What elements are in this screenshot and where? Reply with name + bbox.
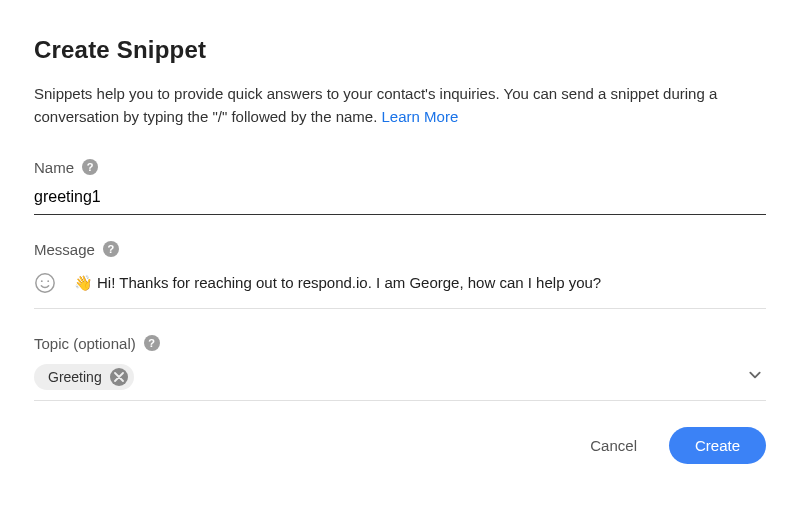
dialog-title: Create Snippet — [34, 36, 766, 64]
chip-remove-icon[interactable] — [110, 368, 128, 386]
chevron-down-icon[interactable] — [744, 364, 766, 390]
cancel-button[interactable]: Cancel — [586, 429, 641, 462]
svg-point-1 — [41, 280, 43, 282]
wave-emoji: 👋 — [74, 274, 93, 291]
topic-chip: Greeting — [34, 364, 134, 390]
name-label: Name — [34, 159, 74, 176]
help-icon[interactable]: ? — [103, 241, 119, 257]
message-input[interactable]: 👋Hi! Thanks for reaching out to respond.… — [74, 274, 601, 292]
topic-label: Topic (optional) — [34, 335, 136, 352]
name-input[interactable] — [34, 182, 766, 215]
topic-chip-label: Greeting — [48, 369, 102, 385]
emoji-picker-icon[interactable] — [34, 272, 56, 294]
svg-point-2 — [47, 280, 49, 282]
dialog-description: Snippets help you to provide quick answe… — [34, 82, 766, 129]
message-text: Hi! Thanks for reaching out to respond.i… — [97, 274, 601, 291]
description-text: Snippets help you to provide quick answe… — [34, 85, 717, 125]
dialog-actions: Cancel Create — [34, 427, 766, 464]
help-icon[interactable]: ? — [144, 335, 160, 351]
create-button[interactable]: Create — [669, 427, 766, 464]
learn-more-link[interactable]: Learn More — [382, 108, 459, 125]
topic-select[interactable]: Greeting — [34, 358, 766, 401]
message-field: Message ? 👋Hi! Thanks for reaching out t… — [34, 241, 766, 309]
name-field: Name ? — [34, 159, 766, 215]
message-label: Message — [34, 241, 95, 258]
topic-field: Topic (optional) ? Greeting — [34, 335, 766, 401]
svg-point-0 — [36, 273, 54, 291]
help-icon[interactable]: ? — [82, 159, 98, 175]
